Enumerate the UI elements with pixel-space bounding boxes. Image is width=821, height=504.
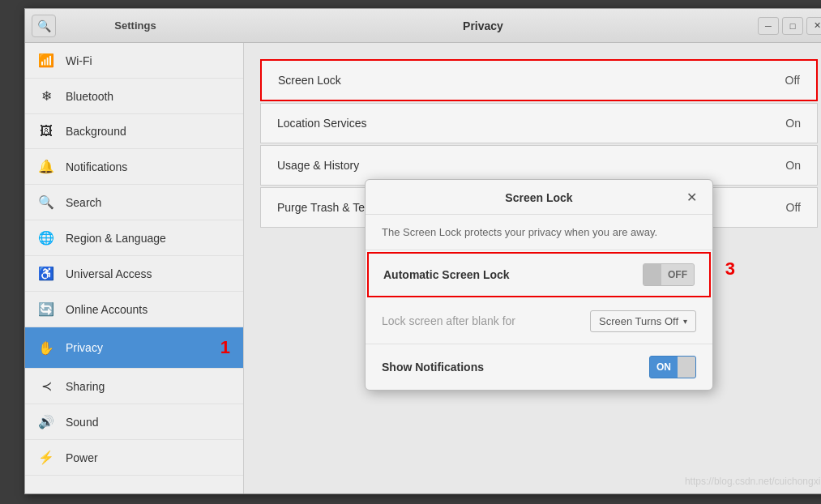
dialog-close-button[interactable]: ✕	[683, 190, 699, 206]
titlebar: 🔍 Settings Privacy ─ □ ✕	[25, 9, 821, 43]
auto-screen-lock-row: Automatic Screen Lock OFF 3	[367, 252, 711, 297]
sidebar-label-universal-access: Universal Access	[66, 267, 152, 280]
sidebar-item-notifications[interactable]: 🔔Notifications	[25, 149, 243, 185]
sidebar-item-wifi[interactable]: 📶Wi-Fi	[25, 43, 243, 79]
screen-lock-row[interactable]: Screen Lock Off 2	[260, 59, 818, 101]
dialog-title: Screen Lock	[395, 191, 683, 204]
dropdown-value: Screen Turns Off	[599, 315, 678, 327]
toggle-on-label: ON	[650, 357, 678, 378]
sidebar-label-notifications: Notifications	[66, 160, 127, 173]
window-title: Privacy	[208, 19, 758, 32]
content-area: Screen Lock Off 2 Location Services On U…	[244, 43, 821, 493]
sound-icon: 🔊	[38, 414, 54, 429]
window-controls: ─ □ ✕	[758, 17, 821, 35]
auto-screen-lock-label: Automatic Screen Lock	[383, 268, 510, 281]
search-icon: 🔍	[38, 194, 54, 210]
sidebar-item-power[interactable]: ⚡Power	[25, 440, 243, 476]
sidebar-label-search: Search	[66, 196, 101, 209]
usage-history-label: Usage & History	[277, 159, 359, 172]
screen-lock-dialog: Screen Lock ✕ The Screen Lock protects y…	[365, 179, 713, 391]
universal-access-icon: ♿	[38, 266, 54, 281]
bluetooth-icon: ❄	[38, 88, 54, 104]
sidebar-label-sharing: Sharing	[66, 380, 105, 393]
show-notifications-toggle[interactable]: ON	[649, 356, 696, 378]
sidebar-label-power: Power	[66, 451, 98, 464]
sidebar-label-bluetooth: Bluetooth	[66, 90, 113, 103]
dialog-description: The Screen Lock protects your privacy wh…	[366, 215, 712, 250]
notifications-icon: 🔔	[38, 159, 54, 174]
toggle-on-track	[678, 356, 695, 378]
annotation-3: 3	[725, 258, 735, 280]
sidebar-item-region-language[interactable]: 🌐Region & Language	[25, 220, 243, 256]
toggle-track	[644, 263, 661, 286]
location-services-row[interactable]: Location Services On	[260, 103, 818, 143]
screen-turns-off-dropdown[interactable]: Screen Turns Off ▾	[590, 310, 696, 332]
sidebar-label-privacy: Privacy	[66, 341, 103, 354]
maximize-button[interactable]: □	[782, 17, 803, 35]
sidebar-item-sound[interactable]: 🔊Sound	[25, 404, 243, 440]
screen-lock-label: Screen Lock	[278, 74, 341, 87]
sidebar-label-region-language: Region & Language	[66, 232, 166, 245]
dialog-titlebar: Screen Lock ✕	[366, 180, 712, 215]
power-icon: ⚡	[38, 450, 54, 465]
sidebar: 📶Wi-Fi❄Bluetooth🖼Background🔔Notification…	[25, 43, 244, 493]
sidebar-label-wifi: Wi-Fi	[66, 54, 92, 67]
main-window: 🔍 Settings Privacy ─ □ ✕ 📶Wi-Fi❄Bluetoot…	[24, 8, 821, 494]
auto-screen-lock-toggle[interactable]: OFF	[643, 263, 695, 286]
sidebar-label-online-accounts: Online Accounts	[66, 303, 148, 316]
show-notifications-row: Show Notifications ON	[366, 344, 712, 390]
sidebar-item-sharing[interactable]: ≺Sharing	[25, 369, 243, 404]
dropdown-arrow-icon: ▾	[683, 317, 687, 326]
wifi-icon: 📶	[38, 53, 54, 68]
minimize-button[interactable]: ─	[758, 17, 779, 35]
background-icon: 🖼	[38, 124, 54, 139]
privacy-icon: ✋	[38, 340, 54, 356]
location-services-value: On	[785, 117, 801, 130]
sidebar-item-search[interactable]: 🔍Search	[25, 185, 243, 220]
region-language-icon: 🌐	[38, 230, 54, 246]
search-icon: 🔍	[37, 19, 51, 32]
app-name: Settings	[62, 19, 208, 32]
close-button[interactable]: ✕	[806, 17, 821, 35]
sidebar-label-sound: Sound	[66, 416, 98, 429]
usage-history-value: On	[785, 159, 801, 172]
sidebar-item-privacy[interactable]: ✋Privacy1	[25, 327, 243, 369]
main-content: 📶Wi-Fi❄Bluetooth🖼Background🔔Notification…	[25, 43, 821, 493]
sidebar-label-background: Background	[66, 125, 126, 138]
lock-after-blank-label: Lock screen after blank for	[382, 314, 515, 327]
sidebar-item-online-accounts[interactable]: 🔄Online Accounts	[25, 292, 243, 327]
location-services-label: Location Services	[277, 117, 367, 130]
screen-lock-value: Off	[785, 74, 800, 87]
sidebar-item-bluetooth[interactable]: ❄Bluetooth	[25, 79, 243, 114]
annotation-1: 1	[220, 337, 230, 358]
sidebar-item-background[interactable]: 🖼Background	[25, 114, 243, 149]
toggle-off-label: OFF	[661, 264, 694, 285]
purge-trash-value: Off	[786, 201, 801, 214]
sharing-icon: ≺	[38, 378, 54, 394]
url-bar: https://blog.csdn.net/cuichongxin	[685, 476, 821, 487]
lock-after-blank-row: Lock screen after blank for Screen Turns…	[366, 299, 712, 344]
online-accounts-icon: 🔄	[38, 301, 54, 317]
show-notifications-label: Show Notifications	[382, 361, 484, 374]
search-button[interactable]: 🔍	[32, 15, 56, 37]
sidebar-item-universal-access[interactable]: ♿Universal Access	[25, 256, 243, 292]
